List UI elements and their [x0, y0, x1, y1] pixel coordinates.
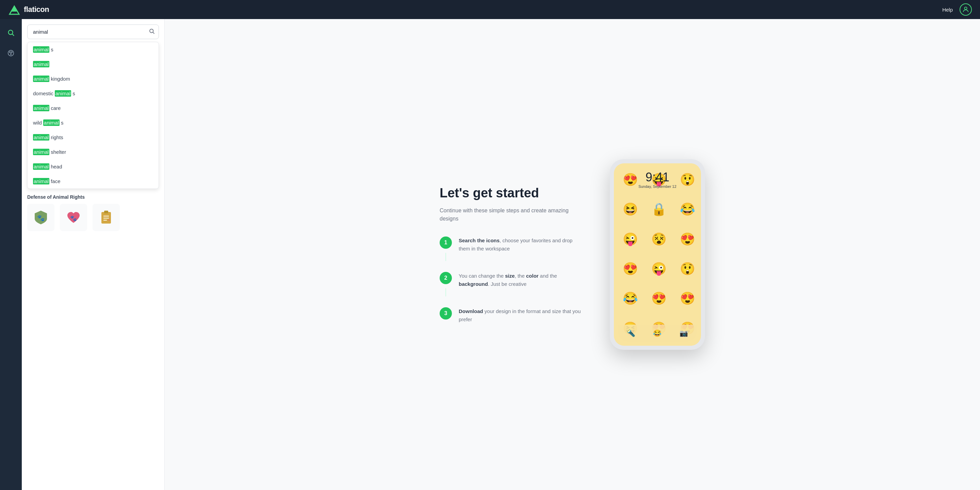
search-container: [27, 24, 159, 39]
step-2-content: You can change the size, the color and t…: [459, 272, 582, 288]
dropdown-item-domestic-animals[interactable]: domestic animals: [27, 86, 159, 101]
user-icon: [962, 6, 969, 13]
svg-point-2: [964, 7, 967, 10]
phone-camera-icon: 📷: [679, 329, 688, 337]
dropdown-item-animal-rights[interactable]: animal rights: [27, 130, 159, 145]
dropdown-item-animal-shelter[interactable]: animal shelter: [27, 145, 159, 159]
left-sidebar: [0, 19, 22, 490]
sidebar-palette-icon[interactable]: [4, 46, 18, 60]
defense-icons-row: 🐾 🐾 +: [27, 204, 159, 231]
phone-time: 9:41: [614, 170, 701, 185]
svg-point-9: [150, 29, 153, 33]
search-input[interactable]: [27, 24, 159, 39]
phone-emoji-icon: 😂: [653, 329, 662, 337]
shield-paw-icon: 🐾: [33, 209, 49, 226]
svg-rect-14: [104, 211, 108, 213]
step-3-number: 3: [440, 307, 452, 320]
get-started-content: Let's get started Continue with these si…: [440, 185, 582, 324]
svg-text:🐾: 🐾: [37, 215, 45, 222]
phone-time-overlay: 9:41 Sunday, September 12: [614, 163, 701, 189]
steps-list: 1 Search the icons, choose your favorite…: [440, 237, 582, 324]
heart-paw-icon: 🐾: [65, 209, 82, 226]
step-connector-1: [445, 253, 446, 261]
step-1-number: 1: [440, 237, 452, 249]
get-started-title: Let's get started: [440, 185, 582, 201]
emoji-10: 😍: [617, 255, 644, 282]
palette-icon: [7, 49, 14, 57]
step-2-number: 2: [440, 272, 452, 284]
step-3-content: Download your design in the format and s…: [459, 307, 582, 324]
svg-point-3: [8, 30, 13, 35]
main-layout: animals animal animal kingdom domestic a…: [22, 19, 980, 490]
clipboard-icon: +: [98, 209, 115, 226]
phone-mockup: 9:41 Sunday, September 12 😍 😝 😲 😆 🔒 😂 😜 …: [610, 159, 705, 350]
step-3-text: Download your design in the format and s…: [459, 307, 582, 324]
phone-date: Sunday, September 12: [614, 185, 701, 189]
right-panel: Let's get started Continue with these si…: [165, 19, 980, 490]
dropdown-item-animal-kingdom[interactable]: animal kingdom: [27, 72, 159, 86]
emoji-7: 😜: [617, 226, 644, 253]
step-3-row: 3 Download your design in the format and…: [440, 307, 582, 324]
left-panel: animals animal animal kingdom domestic a…: [22, 19, 165, 490]
svg-line-10: [153, 32, 154, 33]
emoji-15: 😍: [674, 285, 701, 312]
step-connector-2: [445, 288, 446, 296]
dropdown-item-wild-animals[interactable]: wild animals: [27, 115, 159, 130]
svg-point-6: [10, 52, 11, 53]
emoji-13: 😂: [617, 285, 644, 312]
svg-line-4: [12, 34, 14, 36]
phone-bottom-bar: 🔦 😂 📷: [618, 325, 697, 342]
help-link[interactable]: Help: [942, 7, 953, 13]
svg-point-7: [11, 52, 12, 53]
search-button[interactable]: [149, 28, 155, 36]
svg-text:🐾: 🐾: [70, 215, 77, 221]
logo-text: flaticon: [24, 5, 49, 14]
phone-screen: 9:41 Sunday, September 12 😍 😝 😲 😆 🔒 😂 😜 …: [614, 163, 701, 346]
sidebar-search-icon[interactable]: [4, 26, 18, 40]
emoji-12: 😲: [674, 255, 701, 282]
defense-icon-shield[interactable]: 🐾: [27, 204, 54, 231]
top-navigation: flaticon Help: [0, 0, 980, 19]
dropdown-item-animal-head[interactable]: animal head: [27, 159, 159, 174]
search-submit-icon: [149, 28, 155, 34]
svg-point-8: [11, 53, 11, 54]
emoji-11: 😜: [645, 255, 672, 282]
search-icon: [7, 29, 14, 37]
defense-icon-heart[interactable]: 🐾: [60, 204, 87, 231]
get-started-subtitle: Continue with these simple steps and cre…: [440, 207, 582, 223]
svg-point-5: [8, 50, 14, 56]
emoji-4: 😆: [617, 196, 644, 223]
step-1-text: Search the icons, choose your favorites …: [459, 237, 582, 253]
step-2: 2 You can change the size, the color and…: [440, 272, 582, 296]
emoji-9: 😍: [674, 226, 701, 253]
search-dropdown: animals animal animal kingdom domestic a…: [27, 42, 159, 189]
step-2-text: You can change the size, the color and t…: [459, 272, 582, 288]
step-1-content: Search the icons, choose your favorites …: [459, 237, 582, 253]
step-1-row: 1 Search the icons, choose your favorite…: [440, 237, 582, 253]
dropdown-item-animal-care[interactable]: animal care: [27, 101, 159, 115]
phone-flashlight-icon: 🔦: [627, 329, 635, 337]
dropdown-item-animal-face[interactable]: animal face: [27, 174, 159, 189]
emoji-8: 😵: [645, 226, 672, 253]
defense-section: Defense of Animal Rights 🐾 🐾: [27, 194, 159, 231]
flaticon-logo-icon: [8, 3, 21, 16]
emoji-6: 😂: [674, 196, 701, 223]
logo[interactable]: flaticon: [8, 3, 49, 16]
step-1: 1 Search the icons, choose your favorite…: [440, 237, 582, 261]
dropdown-item-animal[interactable]: animal: [27, 57, 159, 72]
svg-text:+: +: [108, 218, 110, 223]
defense-title: Defense of Animal Rights: [27, 194, 159, 200]
step-2-row: 2 You can change the size, the color and…: [440, 272, 582, 288]
emoji-5: 🔒: [645, 196, 672, 223]
emoji-14: 😍: [645, 285, 672, 312]
nav-right: Help: [942, 3, 972, 16]
defense-icon-clipboard[interactable]: +: [92, 204, 120, 231]
dropdown-item-animals[interactable]: animals: [27, 42, 159, 57]
user-avatar-button[interactable]: [959, 3, 972, 16]
